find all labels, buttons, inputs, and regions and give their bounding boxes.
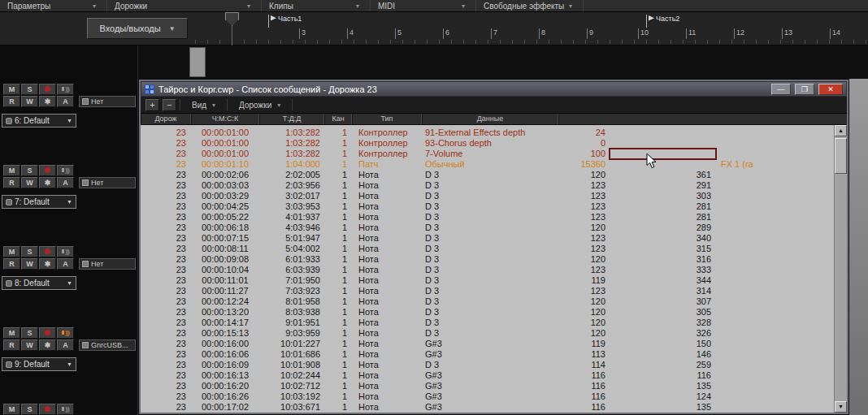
cell-d1[interactable]: G#3 bbox=[422, 349, 558, 360]
cell-smpte[interactable]: 00:00:01:00 bbox=[191, 149, 259, 159]
cell-smpte[interactable]: 00:00:03:03 bbox=[191, 180, 259, 191]
cell-smpte[interactable]: 00:00:16:13 bbox=[191, 370, 259, 381]
cell-d4[interactable] bbox=[716, 128, 721, 138]
marker-part2[interactable]: Часть2 bbox=[646, 15, 679, 28]
column-header-type[interactable]: Тип bbox=[352, 114, 422, 124]
insert-event-button[interactable]: + bbox=[145, 99, 159, 111]
close-button[interactable]: ✕ bbox=[818, 84, 843, 95]
cell-track[interactable]: 23 bbox=[141, 180, 191, 191]
event-row[interactable]: 2300:00:16:0010:01:2271НотаG#3119150 bbox=[141, 339, 847, 349]
scrollbar-thumb[interactable] bbox=[835, 138, 847, 174]
event-row[interactable]: 2300:00:16:0910:01:9081НотаD 3114259 bbox=[141, 360, 847, 370]
event-row[interactable]: 2300:00:16:2610:03:1921НотаG#3116124 bbox=[141, 391, 847, 402]
cell-d1[interactable]: Обычный bbox=[422, 159, 558, 170]
cell-smpte[interactable]: 00:00:11:01 bbox=[191, 275, 259, 286]
solo-button[interactable]: S bbox=[21, 84, 38, 95]
cell-track[interactable]: 23 bbox=[141, 149, 191, 159]
cell-track[interactable]: 23 bbox=[141, 275, 191, 286]
delete-event-button[interactable]: − bbox=[163, 99, 176, 111]
cell-d1[interactable]: D 3 bbox=[422, 254, 558, 265]
selected-cell-outline[interactable] bbox=[609, 148, 717, 160]
cell-d3[interactable]: 316 bbox=[609, 254, 716, 265]
cell-ch[interactable]: 1 bbox=[324, 265, 352, 275]
track-name-selector[interactable]: 6: Default▼ bbox=[2, 114, 76, 128]
cell-d2[interactable]: 120 bbox=[558, 296, 609, 307]
cell-track[interactable]: 23 bbox=[141, 254, 191, 265]
cell-ch[interactable]: 1 bbox=[324, 339, 352, 349]
event-row[interactable]: 2300:00:02:062:02:0051НотаD 3120361 bbox=[141, 170, 847, 180]
cell-track[interactable]: 23 bbox=[141, 318, 191, 328]
menu-free-effects[interactable]: Свободные эффекты▾ bbox=[476, 0, 584, 11]
cell-ch[interactable]: 1 bbox=[324, 128, 352, 138]
event-row[interactable]: 2300:00:01:001:03:2821Контроллер7-Volume… bbox=[141, 149, 847, 159]
scroll-down-button[interactable]: ▼ bbox=[835, 401, 847, 413]
cell-d2[interactable]: 120 bbox=[558, 254, 609, 265]
cell-mbt[interactable]: 3:02:017 bbox=[259, 191, 324, 201]
cell-mbt[interactable]: 2:03:956 bbox=[259, 180, 324, 191]
cell-track[interactable]: 23 bbox=[141, 381, 191, 391]
cell-type[interactable]: Контроллер bbox=[352, 138, 422, 149]
event-row[interactable]: 2300:00:17:0210:03:6711НотаG#3116135 bbox=[141, 402, 847, 413]
cell-d2[interactable]: 120 bbox=[558, 328, 609, 339]
cell-mbt[interactable]: 10:03:192 bbox=[259, 391, 324, 402]
cell-smpte[interactable]: 00:00:10:04 bbox=[191, 265, 259, 275]
cell-d3[interactable] bbox=[609, 159, 716, 170]
input-echo-button[interactable]: ))) bbox=[57, 404, 74, 415]
fx-button[interactable]: ✱ bbox=[39, 339, 56, 351]
marker-part1[interactable]: Часть1 bbox=[268, 15, 302, 28]
track-name-selector[interactable]: 9: Default▼ bbox=[2, 357, 76, 371]
cell-smpte[interactable]: 00:00:16:20 bbox=[191, 381, 259, 391]
cell-track[interactable]: 23 bbox=[141, 201, 191, 212]
cell-d3[interactable]: 307 bbox=[609, 296, 716, 307]
cell-mbt[interactable]: 7:03:923 bbox=[259, 286, 324, 296]
cell-mbt[interactable]: 6:01:933 bbox=[259, 254, 324, 265]
cell-smpte[interactable]: 00:00:16:26 bbox=[191, 391, 259, 402]
event-row[interactable]: 2300:00:08:115:04:0021НотаD 3123315 bbox=[141, 244, 847, 254]
column-header-data[interactable]: Данные bbox=[422, 114, 558, 124]
maximize-button[interactable]: ❐ bbox=[795, 84, 814, 95]
fx-button[interactable]: ✱ bbox=[39, 258, 56, 270]
cell-type[interactable]: Нота bbox=[352, 212, 422, 223]
cell-type[interactable]: Нота bbox=[352, 233, 422, 244]
cell-ch[interactable]: 1 bbox=[324, 381, 352, 391]
cell-d2[interactable]: 120 bbox=[558, 223, 609, 233]
cell-d3[interactable]: 340 bbox=[609, 233, 716, 244]
solo-button[interactable]: S bbox=[21, 246, 38, 257]
cell-d2[interactable]: 123 bbox=[558, 191, 609, 201]
cell-type[interactable]: Контроллер bbox=[352, 149, 422, 159]
event-row[interactable]: 2300:00:16:1310:02:2441НотаG#3116116 bbox=[141, 370, 847, 381]
record-arm-button[interactable] bbox=[39, 165, 56, 176]
cell-mbt[interactable]: 5:04:002 bbox=[259, 244, 324, 254]
cell-type[interactable]: Нота bbox=[352, 381, 422, 391]
cell-d2[interactable]: 116 bbox=[558, 391, 609, 402]
cell-mbt[interactable]: 8:03:938 bbox=[259, 307, 324, 318]
track-name-selector[interactable]: 8: Default▼ bbox=[2, 276, 76, 290]
event-row[interactable]: 2300:00:01:101:04:0001ПатчОбычный15360FX… bbox=[141, 159, 847, 170]
cell-mbt[interactable]: 3:03:953 bbox=[259, 201, 324, 212]
event-row[interactable]: 2300:00:06:184:03:9461НотаD 3120289 bbox=[141, 223, 847, 233]
cell-d3[interactable]: 150 bbox=[609, 339, 716, 349]
cell-type[interactable]: Нота bbox=[352, 244, 422, 254]
cell-mbt[interactable]: 9:01:951 bbox=[259, 318, 324, 328]
cell-d3[interactable]: 124 bbox=[609, 391, 716, 402]
cell-ch[interactable]: 1 bbox=[324, 159, 352, 170]
cell-d2[interactable]: 120 bbox=[558, 307, 609, 318]
cell-type[interactable]: Контроллер bbox=[352, 128, 422, 138]
cell-mbt[interactable]: 1:03:282 bbox=[259, 128, 324, 138]
mute-button[interactable]: M bbox=[3, 84, 20, 95]
cell-ch[interactable]: 1 bbox=[324, 149, 352, 159]
cell-d2[interactable]: 123 bbox=[558, 244, 609, 254]
cell-track[interactable]: 23 bbox=[141, 159, 191, 170]
cell-d4[interactable] bbox=[716, 254, 721, 265]
cell-smpte[interactable]: 00:00:04:25 bbox=[191, 201, 259, 212]
cell-ch[interactable]: 1 bbox=[324, 191, 352, 201]
cell-track[interactable]: 23 bbox=[141, 212, 191, 223]
cell-d3[interactable]: 344 bbox=[609, 275, 716, 286]
cell-d1[interactable]: D 3 bbox=[422, 275, 558, 286]
cell-d2[interactable]: 123 bbox=[558, 265, 609, 275]
cell-track[interactable]: 23 bbox=[141, 138, 191, 149]
event-row[interactable]: 2300:00:09:086:01:9331НотаD 3120316 bbox=[141, 254, 847, 265]
cell-d2[interactable]: 120 bbox=[558, 318, 609, 328]
input-selector[interactable]: Нет bbox=[79, 96, 136, 107]
cell-d3[interactable]: 135 bbox=[609, 381, 716, 391]
